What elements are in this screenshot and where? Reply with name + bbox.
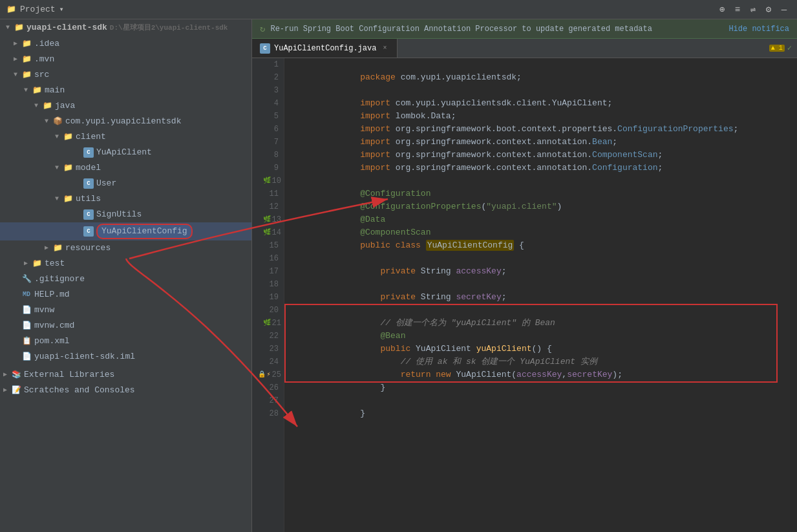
code-line-15 xyxy=(290,239,797,252)
sync-icon[interactable]: ⇌ xyxy=(747,3,760,16)
pom-icon: 📋 xyxy=(21,335,32,347)
sidebar-item-resources[interactable]: ▶ 📁 resources xyxy=(0,240,251,256)
root-folder-icon: 📁 xyxy=(13,22,25,34)
code-line-5: import org.springframework.boot.context.… xyxy=(290,110,797,123)
line-num-17: 17 xyxy=(252,265,284,278)
sidebar-item-client[interactable]: ▼ 📁 client xyxy=(0,129,251,145)
sidebar-item-pom[interactable]: ▶ 📋 pom.xml xyxy=(0,334,251,349)
line-num-1: 1 xyxy=(252,58,284,71)
signutils-icon: C xyxy=(83,209,94,220)
idea-folder-icon: 📁 xyxy=(21,38,32,50)
code-line-8: import org.springframework.context.annot… xyxy=(290,149,797,162)
resources-folder-icon: 📁 xyxy=(52,242,63,254)
code-line-10: @Configuration xyxy=(290,175,797,187)
sidebar-item-package[interactable]: ▼ 📦 com.yupi.yuapiclientsdk xyxy=(0,114,251,129)
code-line-23: // 使用 ak 和 sk 创建一个 YuApiClient 实例 xyxy=(290,343,797,356)
tab-yuapiclientconfig[interactable]: C YuApiClientConfig.java × xyxy=(252,39,398,58)
sidebar-item-yuapiclient[interactable]: ▶ C YuApiClient xyxy=(0,145,251,160)
yuapiclient-icon: C xyxy=(83,147,94,158)
code-line-27: } xyxy=(290,394,797,407)
line-num-22: 22 xyxy=(252,330,284,343)
sidebar-item-user[interactable]: ▶ C User xyxy=(0,176,251,191)
client-arrow: ▼ xyxy=(52,131,62,144)
notification-run-icon: ↻ xyxy=(260,23,265,34)
sidebar-item-signutils[interactable]: ▶ C SignUtils xyxy=(0,207,251,222)
sidebar-item-idea[interactable]: ▶ 📁 .idea xyxy=(0,36,251,52)
code-line-17 xyxy=(290,265,797,278)
user-class-icon: C xyxy=(83,178,94,189)
sidebar-item-external-libraries[interactable]: ▶ 📚 External Libraries xyxy=(0,367,251,383)
sidebar-item-scratches[interactable]: ▶ 📝 Scratches and Consoles xyxy=(0,383,251,398)
src-folder-icon: 📁 xyxy=(21,69,32,81)
idea-arrow: ▶ xyxy=(10,37,21,50)
settings-icon[interactable]: ⚙ xyxy=(762,3,775,16)
scratch-arrow: ▶ xyxy=(0,384,10,397)
ext-arrow: ▶ xyxy=(0,368,10,381)
tab-bar: C YuApiClientConfig.java × ▲ 1 ✓ xyxy=(252,39,797,58)
utils-label: utils xyxy=(76,193,101,206)
line-num-10: 🌿10 xyxy=(252,175,284,187)
tab-label: YuApiClientConfig.java xyxy=(274,44,376,53)
sidebar-item-utils[interactable]: ▼ 📁 utils xyxy=(0,191,251,207)
code-editor[interactable]: 1 2 3 4 5 6 7 8 9 🌿10 11 12 🌿13 🌿14 xyxy=(252,58,797,532)
check-icon: ✓ xyxy=(787,43,792,53)
root-arrow: ▼ xyxy=(3,21,13,34)
hide-notification-link[interactable]: Hide notifica xyxy=(728,25,789,34)
app-window: 📁 Project ▾ ⊕ ≡ ⇌ ⚙ — ▼ 📁 yuapi-client-s… xyxy=(0,0,797,532)
sidebar-item-main[interactable]: ▼ 📁 main xyxy=(0,83,251,98)
code-line-13: @ComponentScan xyxy=(290,213,797,226)
java-folder-icon: 📁 xyxy=(41,100,53,112)
project-dropdown-icon[interactable]: ▾ xyxy=(59,5,64,14)
tab-close-button[interactable]: × xyxy=(380,44,389,53)
line-num-24: 24 xyxy=(252,356,284,368)
package-icon: 📦 xyxy=(52,116,63,127)
editor-area: ↻ Re-run Spring Boot Configuration Annot… xyxy=(252,19,797,532)
code-line-11: @ConfigurationProperties("yuapi.client") xyxy=(290,187,797,200)
code-line-24: return new YuApiClient(accessKey,secretK… xyxy=(290,356,797,368)
sidebar-item-mvnwcmd[interactable]: ▶ 📄 mvnw.cmd xyxy=(0,318,251,334)
sidebar-item-java[interactable]: ▼ 📁 java xyxy=(0,98,251,114)
line-num-7: 7 xyxy=(252,136,284,149)
list-icon[interactable]: ≡ xyxy=(731,3,744,16)
line-num-2: 2 xyxy=(252,71,284,84)
client-label: client xyxy=(76,131,106,144)
sidebar-item-mvn[interactable]: ▶ 📁 .mvn xyxy=(0,52,251,67)
sidebar-item-mvnw[interactable]: ▶ 📄 mvnw xyxy=(0,303,251,318)
code-line-16: private String accessKey; xyxy=(290,252,797,265)
model-folder-icon: 📁 xyxy=(62,162,74,174)
warning-badge: ▲ 1 xyxy=(769,45,785,52)
notification-text: Re-run Spring Boot Configuration Annotat… xyxy=(270,25,723,34)
code-line-3: import com.yupi.yuapiclientsdk.client.Yu… xyxy=(290,84,797,97)
line-num-20: 20 xyxy=(252,304,284,317)
scratches-label: Scratches and Consoles xyxy=(24,384,135,397)
sidebar-item-gitignore[interactable]: ▶ 🔧 .gitignore xyxy=(0,271,251,287)
ext-label: External Libraries xyxy=(24,368,114,381)
code-line-18: private String secretKey; xyxy=(290,278,797,291)
line-num-3: 3 xyxy=(252,84,284,97)
sidebar-item-yuapiclientconfig[interactable]: ▶ C YuApiClientConfig xyxy=(0,222,251,240)
add-icon[interactable]: ⊕ xyxy=(716,3,728,16)
line-num-19: 19 xyxy=(252,291,284,304)
code-line-28 xyxy=(290,407,797,420)
code-line-4: import lombok.Data; xyxy=(290,97,797,110)
sidebar-item-help[interactable]: ▶ MD HELP.md xyxy=(0,287,251,303)
project-root[interactable]: ▼ 📁 yuapi-client-sdk D:\星球项目2\yuapi-clie… xyxy=(0,19,251,36)
main-layout: ▼ 📁 yuapi-client-sdk D:\星球项目2\yuapi-clie… xyxy=(0,19,797,532)
java-label: java xyxy=(55,100,75,112)
title-bar: 📁 Project ▾ ⊕ ≡ ⇌ ⚙ — xyxy=(0,0,797,19)
package-label: com.yupi.yuapiclientsdk xyxy=(65,115,181,128)
sidebar-item-test[interactable]: ▶ 📁 test xyxy=(0,256,251,271)
line-num-23: 23 xyxy=(252,343,284,356)
idea-label: .idea xyxy=(34,37,59,50)
sidebar-item-model[interactable]: ▼ 📁 model xyxy=(0,160,251,176)
test-folder-icon: 📁 xyxy=(31,258,43,270)
ext-icon: 📚 xyxy=(10,369,22,381)
src-label: src xyxy=(34,69,49,81)
code-line-21: @Bean xyxy=(290,317,797,330)
client-folder-icon: 📁 xyxy=(62,131,74,143)
notification-bar: ↻ Re-run Spring Boot Configuration Annot… xyxy=(252,19,797,39)
sidebar-item-iml[interactable]: ▶ 📄 yuapi-client-sdk.iml xyxy=(0,349,251,365)
minimize-icon[interactable]: — xyxy=(778,3,791,16)
sidebar-item-src[interactable]: ▼ 📁 src xyxy=(0,67,251,83)
code-line-7: import org.springframework.context.annot… xyxy=(290,136,797,149)
